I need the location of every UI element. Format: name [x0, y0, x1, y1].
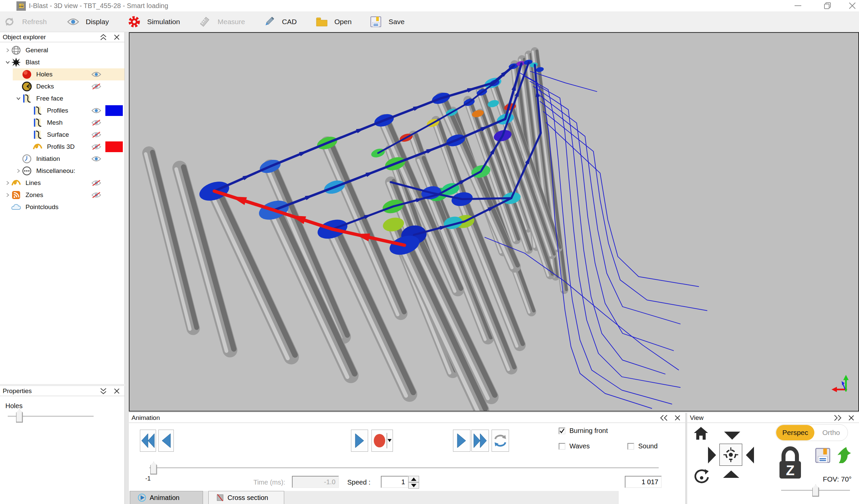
- surface-icon: [32, 129, 43, 140]
- checkbox-unchecked-icon: [628, 443, 634, 450]
- title-bar: IB I-Blast - 3D view - TBT_455-28 - Smar…: [0, 0, 859, 11]
- close-icon: [674, 414, 681, 421]
- collapse-panel-button[interactable]: [99, 33, 108, 41]
- close-panel-button[interactable]: [847, 414, 856, 422]
- save-button[interactable]: Save: [369, 11, 405, 32]
- tree-item-holes[interactable]: Holes: [0, 68, 124, 80]
- collapse-arrow-icon[interactable]: [15, 96, 21, 101]
- waves-checkbox[interactable]: Waves: [559, 442, 590, 450]
- save-view-button[interactable]: [814, 447, 831, 464]
- visibility-off-icon[interactable]: [91, 131, 101, 140]
- simulation-button[interactable]: Simulation: [127, 11, 180, 32]
- close-panel-button[interactable]: [112, 388, 121, 395]
- target-icon: [723, 447, 739, 463]
- cad-button[interactable]: CAD: [262, 11, 297, 32]
- tree-item-decks[interactable]: Decks: [0, 80, 124, 93]
- up-vector-button[interactable]: [837, 446, 852, 464]
- rotate-view-button[interactable]: [693, 469, 710, 485]
- step-forward-button[interactable]: [453, 430, 470, 452]
- tree-item-lines[interactable]: Lines: [0, 177, 124, 189]
- expand-arrow-icon[interactable]: [15, 168, 21, 174]
- spin-down-button[interactable]: [408, 482, 419, 489]
- display-button[interactable]: Display: [66, 11, 109, 32]
- close-panel-button[interactable]: [112, 33, 121, 41]
- counter-input[interactable]: 1 017: [625, 476, 662, 488]
- spin-up-button[interactable]: [408, 476, 419, 482]
- tree-item-miscellaneous[interactable]: Miscellaneou:: [0, 165, 124, 177]
- speed-stepper[interactable]: [408, 476, 419, 489]
- miscellaneous-icon: [21, 166, 32, 176]
- zoom-lock-button[interactable]: Z: [778, 446, 803, 480]
- visibility-off-icon[interactable]: [91, 143, 101, 152]
- close-button[interactable]: [843, 0, 859, 11]
- home-view-button[interactable]: [693, 426, 709, 440]
- pan-left-button[interactable]: [745, 446, 755, 464]
- record-button[interactable]: [372, 430, 393, 452]
- tree-item-mesh[interactable]: Mesh: [0, 116, 124, 129]
- holes-size-slider-handle[interactable]: [16, 409, 23, 423]
- tree-item-free-face[interactable]: Free face: [0, 93, 124, 105]
- timeline-track[interactable]: [149, 468, 659, 468]
- visibility-off-icon[interactable]: [91, 83, 101, 92]
- open-button[interactable]: Open: [315, 11, 352, 32]
- tree-item-pointclouds[interactable]: Pointclouds: [0, 201, 124, 213]
- fov-slider-handle[interactable]: [812, 485, 819, 497]
- restore-button[interactable]: [818, 0, 837, 11]
- visibility-off-icon[interactable]: [91, 192, 101, 200]
- 3d-viewport[interactable]: [129, 32, 859, 411]
- timeline-handle[interactable]: [150, 462, 157, 474]
- play-button[interactable]: [351, 430, 368, 452]
- pan-down-button[interactable]: [723, 431, 741, 440]
- time-input[interactable]: -1.0: [292, 476, 339, 488]
- tree-item-general[interactable]: General: [0, 44, 124, 56]
- tree-item-initiation[interactable]: Initiation: [0, 153, 124, 165]
- collapse-arrow-icon[interactable]: [5, 60, 11, 65]
- tree-label: Holes: [36, 71, 53, 78]
- profils-3d-color-swatch[interactable]: [105, 141, 123, 152]
- perspective-toggle-on[interactable]: Perspec: [776, 425, 814, 440]
- green-arrow-up-icon: [837, 446, 852, 464]
- collapse-panel-button[interactable]: [660, 414, 668, 422]
- pan-up-button[interactable]: [722, 470, 740, 478]
- close-panel-button[interactable]: [673, 414, 682, 422]
- tab-cross-section[interactable]: Cross section: [208, 491, 284, 504]
- tree-item-zones[interactable]: Zones: [0, 189, 124, 201]
- tree-item-profiles[interactable]: Profiles: [0, 105, 124, 116]
- visibility-on-icon[interactable]: [91, 71, 101, 79]
- measure-button[interactable]: Measure: [198, 11, 245, 32]
- close-icon: [848, 414, 855, 421]
- waves-label: Waves: [569, 442, 590, 450]
- tab-animation[interactable]: Animation: [130, 491, 203, 504]
- refresh-button[interactable]: Refresh: [3, 11, 47, 32]
- expand-arrow-icon[interactable]: [5, 192, 11, 198]
- expand-arrow-icon[interactable]: [5, 180, 11, 186]
- burning-front-checkbox[interactable]: Burning front: [559, 427, 608, 435]
- fov-label: FOV: 70°: [801, 475, 852, 483]
- visibility-on-icon[interactable]: [91, 107, 101, 115]
- tree-item-blast[interactable]: Blast: [0, 56, 124, 68]
- tree-item-surface[interactable]: Surface: [0, 129, 124, 141]
- minimize-icon: [794, 1, 802, 10]
- collapse-panel-button[interactable]: [99, 388, 108, 395]
- visibility-off-icon[interactable]: [91, 119, 101, 128]
- chevron-double-up-icon: [99, 33, 107, 41]
- speed-input[interactable]: 1: [381, 476, 408, 488]
- sound-checkbox[interactable]: Sound: [628, 442, 658, 450]
- center-view-button[interactable]: [719, 444, 742, 466]
- fast-forward-button[interactable]: [471, 430, 489, 452]
- visibility-on-icon[interactable]: [91, 156, 101, 164]
- tree-item-profils-3d[interactable]: Profils 3D: [0, 141, 124, 153]
- step-back-button[interactable]: [159, 430, 174, 452]
- profiles-color-swatch[interactable]: [105, 105, 123, 116]
- vertical-splitter[interactable]: [125, 32, 129, 504]
- expand-arrow-icon[interactable]: [5, 48, 11, 53]
- loop-button[interactable]: [492, 430, 509, 452]
- ortho-toggle-off[interactable]: Ortho: [815, 425, 848, 441]
- visibility-off-icon[interactable]: [91, 179, 101, 188]
- display-label: Display: [86, 18, 109, 26]
- pan-right-button[interactable]: [707, 446, 717, 464]
- rewind-button[interactable]: [140, 430, 156, 452]
- minimize-button[interactable]: [788, 0, 807, 11]
- expand-panel-button[interactable]: [833, 414, 842, 422]
- home-icon: [693, 426, 709, 440]
